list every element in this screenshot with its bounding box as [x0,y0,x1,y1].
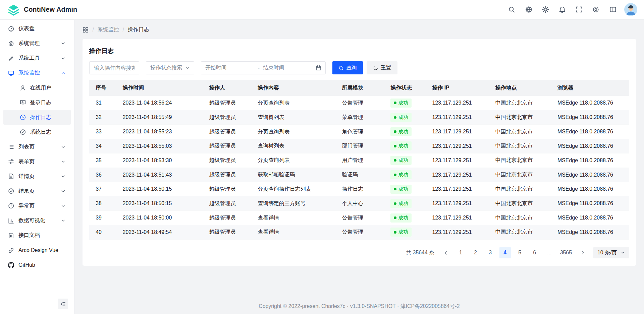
cell-status: 成功 [384,168,426,182]
log-table-body: 312023-11-04 18:56:24超级管理员分页查询列表公告管理成功12… [89,96,629,239]
sidebar-item-operation-log[interactable]: 操作日志 [3,110,71,125]
status-label: 成功 [398,186,408,192]
status-label: 成功 [398,100,408,106]
collapse-sidebar-icon[interactable] [58,299,68,309]
monitor-icon [8,70,14,76]
pagination-page-1[interactable]: 1 [455,247,466,258]
pagination-page-3565[interactable]: 3565 [558,247,574,258]
column-header: 操作状态 [384,80,426,96]
cell-module: 个人中心 [335,196,384,211]
chevron-up-icon [61,71,66,76]
sidebar-item-system-monitor[interactable]: 系统监控 [3,66,71,80]
page-size-select[interactable]: 10 条/页 [593,247,629,258]
cell-seq: 33 [89,125,116,139]
sidebar-item-list-page[interactable]: 列表页 [3,139,71,154]
operation-content-search-input[interactable] [89,61,139,74]
sidebar-item-online-users[interactable]: 在线用户 [3,80,71,95]
sidebar-item-result-page[interactable]: 结果页 [3,184,71,199]
table-row: 342023-11-04 18:55:03超级管理员查询树列表部门管理成功123… [89,139,629,153]
pagination-page-2[interactable]: 2 [470,247,481,258]
page-title: 操作日志 [89,47,629,55]
app-title: ContiNew Admin [24,6,77,13]
cell-ip: 123.117.129.251 [426,211,489,225]
fullscreen-icon[interactable] [573,3,586,16]
search-icon[interactable] [505,3,518,16]
pagination-page-4[interactable]: 4 [499,247,511,258]
status-dot-icon [394,130,396,133]
sidebar-item-detail-page[interactable]: 详情页 [3,169,71,184]
cell-browser: MSEdge 118.0.2088.76 [551,211,629,225]
sidebar-item-github[interactable]: GitHub [3,258,71,272]
filter-bar: 操作状态搜索 开始时间 - 结束时间 查询 [89,61,629,74]
status-badge: 成功 [390,141,411,150]
cell-ip: 123.117.129.251 [426,110,489,125]
sidebar-item-data-visualization[interactable]: 数据可视化 [3,213,71,228]
status-badge: 成功 [390,228,411,237]
cell-time: 2023-11-04 18:51:43 [116,168,203,182]
column-header: 操作 IP [426,80,489,96]
reset-button-label: 重置 [381,64,391,71]
pagination-page-5[interactable]: 5 [514,247,526,258]
table-row: 322023-11-04 18:55:49超级管理员查询树列表菜单管理成功123… [89,110,629,125]
query-button[interactable]: 查询 [332,61,363,74]
cell-status: 成功 [384,182,426,196]
sidebar-item-label: 表单页 [18,158,35,165]
date-range-picker[interactable]: 开始时间 - 结束时间 [201,61,326,74]
pagination-page-3[interactable]: 3 [484,247,496,258]
translate-icon[interactable] [522,3,535,16]
cell-browser: MSEdge 118.0.2088.76 [551,96,629,110]
status-badge: 成功 [390,185,411,194]
bell-icon[interactable] [556,3,569,16]
chevron-down-icon [61,56,66,61]
sidebar-item-exception-page[interactable]: 异常页 [3,199,71,213]
avatar[interactable] [624,3,637,16]
reset-button[interactable]: 重置 [367,61,397,74]
sidebar-item-system-log[interactable]: 系统日志 [3,125,71,139]
layout-icon[interactable] [606,3,619,16]
cell-content: 获取邮箱验证码 [251,168,335,182]
cell-browser: MSEdge 118.0.2088.76 [551,139,629,153]
github-icon [8,262,14,268]
operation-status-select[interactable]: 操作状态搜索 [146,61,194,74]
chevron-down-icon [61,189,66,194]
status-dot-icon [394,116,396,119]
app-root: ContiNew Admin 仪表盘系统管理系统工具系统监控在线用户登录日志操作… [0,0,644,314]
sidebar-item-label: GitHub [18,262,35,268]
sidebar-item-arco-design-vue[interactable]: Arco Design Vue [3,243,71,258]
cell-location: 中国北京北京市 [489,211,551,225]
breadcrumb-item-system-monitor[interactable]: 系统监控 [98,26,119,33]
status-badge: 成功 [390,127,411,136]
sidebar-item-form-page[interactable]: 表单页 [3,154,71,169]
theme-icon[interactable] [539,3,552,16]
settings-icon[interactable] [589,3,602,16]
footer: Copyright © 2022-present Charles7c · v1.… [74,295,644,314]
sidebar-item-system-tools[interactable]: 系统工具 [3,51,71,66]
sidebar-item-label: 结果页 [18,188,35,195]
pagination-prev-icon[interactable] [440,247,451,258]
list-icon [8,144,14,150]
cell-content: 查询树列表 [251,110,335,125]
table-row: 372023-11-04 18:50:15超级管理员分页查询操作日志列表操作日志… [89,182,629,196]
cell-module: 操作日志 [335,182,384,196]
brand[interactable]: ContiNew Admin [7,4,77,16]
apps-grid-icon[interactable] [83,27,89,33]
cell-seq: 40 [89,225,116,240]
search-icon [338,65,344,71]
sidebar-item-system-management[interactable]: 系统管理 [3,36,71,51]
system-log-icon [20,129,26,135]
sidebar-item-api-docs[interactable]: 接口文档 [3,228,71,243]
copyright-text: Copyright © 2022-present Charles7c · v1.… [259,303,460,309]
sidebar-item-dashboard[interactable]: 仪表盘 [3,21,71,36]
date-range-separator: - [258,65,260,71]
pagination-page-6[interactable]: 6 [529,247,540,258]
cell-module: 公告管理 [335,96,384,110]
cell-content: 查询树列表 [251,139,335,153]
sidebar-item-login-log[interactable]: 登录日志 [3,95,71,110]
cell-ip: 123.117.129.251 [426,182,489,196]
status-badge: 成功 [390,199,411,208]
form-icon [8,159,14,165]
sidebar-item-label: 仪表盘 [18,25,35,32]
breadcrumb-separator: / [123,27,124,33]
pagination-next-icon[interactable] [577,247,588,258]
sidebar-menu: 仪表盘系统管理系统工具系统监控在线用户登录日志操作日志系统日志列表页表单页详情页… [0,21,74,297]
